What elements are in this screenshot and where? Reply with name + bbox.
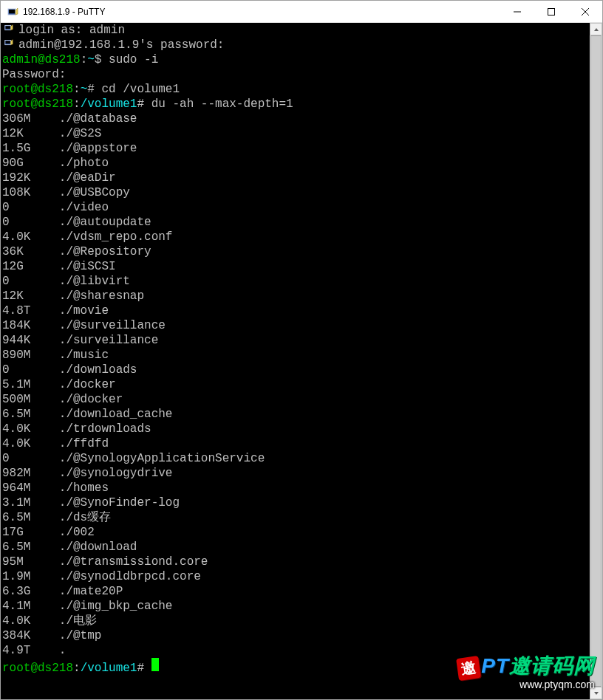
svg-rect-2 — [548, 8, 555, 15]
du-output-row: 306M ./@database — [2, 111, 588, 126]
du-output-row: 184K ./@surveillance — [2, 318, 588, 333]
du-output-row: 4.0K ./电影 — [2, 614, 588, 628]
prompt-user: root@ds218 — [2, 82, 73, 97]
prompt-line: root@ds218:/volume1# du -ah --max-depth=… — [2, 97, 588, 111]
du-output-row: 90G ./photo — [2, 156, 588, 171]
du-output-row: 964M ./homes — [2, 481, 588, 495]
prompt-path: ~ — [87, 52, 95, 67]
du-output-row: 4.0K ./trdownloads — [2, 422, 588, 436]
prompt-path: ~ — [81, 82, 88, 97]
svg-rect-1 — [9, 10, 15, 13]
du-output-row: 4.8T ./movie — [2, 303, 588, 318]
du-output-row: 192K ./@eaDir — [2, 171, 588, 185]
putty-window: 192.168.1.9 - PuTTY login as: adminadmin… — [0, 0, 603, 700]
du-output-row: 12K ./@S2S — [2, 126, 588, 141]
du-output-row: 12K ./@sharesnap — [2, 289, 588, 303]
du-output-row: 95M ./@transmissiond.core — [2, 555, 588, 569]
minimize-button[interactable] — [500, 1, 534, 22]
du-output-row: 4.0K ./vdsm_repo.conf — [2, 230, 588, 244]
du-output-row: 6.5M ./@download — [2, 540, 588, 555]
scroll-thumb[interactable] — [590, 35, 602, 687]
svg-rect-6 — [6, 41, 10, 44]
svg-rect-4 — [6, 26, 10, 29]
du-output-row: 4.0K ./ffdfd — [2, 436, 588, 451]
du-output-row: 5.1M ./docker — [2, 377, 588, 392]
prompt-user: root@ds218 — [2, 661, 73, 676]
prompt-path: /volume1 — [81, 97, 137, 111]
command: cd /volume1 — [101, 82, 180, 97]
du-output-row: 1.5G ./@appstore — [2, 141, 588, 156]
prompt-user: admin@ds218 — [2, 52, 81, 67]
window-title: 192.168.1.9 - PuTTY — [23, 7, 500, 17]
du-output-row: 3.1M ./@SynoFinder-log — [2, 495, 588, 510]
du-output-row: 944K ./surveillance — [2, 333, 588, 348]
du-output-row: 890M ./music — [2, 348, 588, 363]
du-output-row: 4.1M ./@img_bkp_cache — [2, 599, 588, 614]
du-output-row: 0 ./@SynologyApplicationService — [2, 451, 588, 466]
password-prompt-line: admin@192.168.1.9's password: — [18, 38, 224, 52]
prompt-line: admin@ds218:~$ sudo -i — [2, 52, 588, 67]
prompt-path: /volume1 — [81, 661, 137, 676]
du-output-row: 6.3G ./mate20P — [2, 584, 588, 599]
scroll-down-button[interactable] — [590, 687, 602, 699]
close-button[interactable] — [568, 1, 602, 22]
terminal[interactable]: login as: adminadmin@192.168.1.9's passw… — [1, 23, 590, 699]
prompt-user: root@ds218 — [2, 97, 73, 111]
du-output-row: 1.9M ./@synodldbrpcd.core — [2, 569, 588, 584]
du-output-row: 4.9T . — [2, 643, 588, 658]
login-user: admin — [89, 23, 125, 38]
prompt-line: root@ds218:/volume1# — [2, 658, 588, 676]
terminal-area: login as: adminadmin@192.168.1.9's passw… — [1, 23, 602, 699]
du-output-row: 982M ./@synologydrive — [2, 466, 588, 481]
login-prompt: login as: — [18, 23, 89, 38]
terminal-row-icon — [2, 23, 18, 33]
window-controls — [500, 1, 602, 22]
password-label: Password: — [2, 67, 588, 82]
scrollbar[interactable] — [590, 23, 602, 699]
du-output-row: 36K ./@Repository — [2, 244, 588, 259]
scroll-track[interactable] — [590, 35, 602, 687]
du-output-row: 108K ./@USBCopy — [2, 185, 588, 200]
command: sudo -i — [109, 52, 158, 67]
du-output-row: 6.5M ./ds缓存 — [2, 510, 588, 525]
cursor — [151, 658, 159, 671]
du-output-row: 384K ./@tmp — [2, 628, 588, 643]
prompt-line: root@ds218:~# cd /volume1 — [2, 82, 588, 97]
putty-app-icon — [7, 6, 18, 18]
scroll-up-button[interactable] — [590, 23, 602, 35]
du-output-row: 0 ./@autoupdate — [2, 215, 588, 230]
maximize-button[interactable] — [534, 1, 568, 22]
du-output-row: 500M ./@docker — [2, 392, 588, 407]
du-output-row: 12G ./@iSCSI — [2, 259, 588, 274]
command: du -ah --max-depth=1 — [151, 97, 293, 111]
titlebar: 192.168.1.9 - PuTTY — [1, 1, 602, 23]
terminal-row-icon — [2, 38, 18, 48]
du-output-row: 6.5M ./download_cache — [2, 407, 588, 422]
du-output-row: 0 ./video — [2, 200, 588, 215]
du-output-row: 0 ./@libvirt — [2, 274, 588, 289]
du-output-row: 17G ./002 — [2, 525, 588, 540]
du-output-row: 0 ./downloads — [2, 363, 588, 377]
